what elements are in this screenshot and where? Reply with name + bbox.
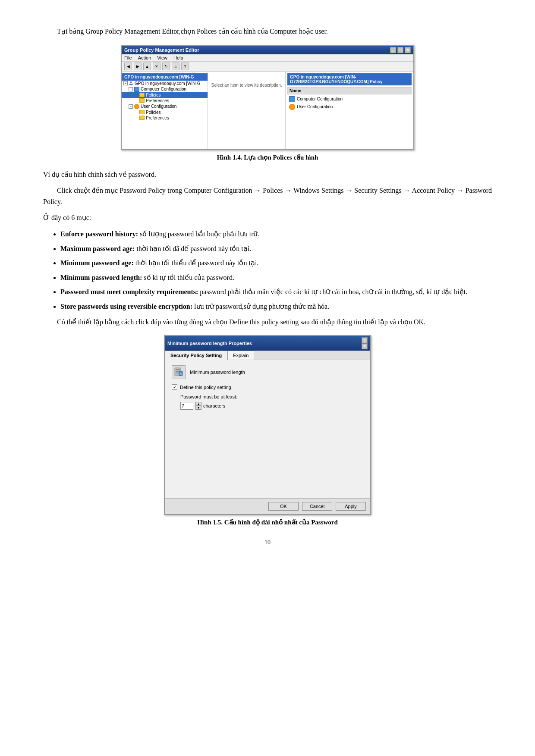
spin-down[interactable]: ▼ [195, 406, 201, 410]
minimize-btn[interactable]: _ [390, 47, 396, 53]
tab-explain-label: Explain [233, 353, 249, 358]
example-paragraph: Ví dụ cấu hình chính sách về password. [43, 169, 492, 180]
dialog-controls: ? ✕ [362, 337, 368, 349]
list-item-2: Maximum password age: thời hạn tối đã để… [60, 243, 492, 254]
checkbox-label: Define this policy setting [180, 385, 231, 390]
bullet-bold-2: Maximum password age: [60, 245, 135, 252]
cc-expander: − [129, 87, 133, 91]
tree-policies-uc[interactable]: Policies [122, 110, 208, 115]
help-btn[interactable]: ? [181, 63, 189, 70]
maximize-btn[interactable]: □ [397, 47, 403, 53]
length-value: 7 [182, 403, 184, 408]
bullet-list: Enforce password history: số lượng passw… [60, 229, 492, 312]
dialog-help-btn[interactable]: ? [362, 337, 368, 343]
dialog-policy-label: Minimum password length [190, 370, 245, 375]
tree-preferences-cc[interactable]: Preferences [122, 98, 208, 104]
length-unit: characters [203, 403, 225, 408]
define-checkbox[interactable]: ✓ [172, 384, 177, 390]
define-paragraph: Có thể thiết lập bằng cách click đúp vào… [43, 317, 492, 328]
right-panel-title: GPO in nguyendoquy.com [WIN-G72RM24TGP8.… [290, 75, 383, 84]
dialog-title: Minimum password length Properties [167, 341, 252, 346]
spin-arrows: ▲ ▼ [195, 402, 201, 410]
gpo-window: Group Policy Management Editor _ □ ✕ Fil… [121, 45, 414, 150]
figure-1-4-container: Group Policy Management Editor _ □ ✕ Fil… [43, 45, 492, 161]
back-btn[interactable]: ◀ [124, 63, 132, 70]
length-input[interactable]: 7 [180, 402, 193, 410]
user-icon-right [289, 104, 295, 110]
comp-icon-right [289, 96, 295, 102]
click-paragraph: Click chuột đến mục Password Policy tron… [43, 185, 492, 207]
policies-uc-label: Policies [146, 110, 160, 115]
gpo-right-header: GPO in nguyendoquy.com [WIN-G72RM24TGP8.… [287, 73, 412, 85]
home-btn[interactable]: ⌂ [172, 63, 179, 70]
folder-icon-3 [139, 110, 145, 114]
fig1-caption: Hình 1.4. Lựa chọn Polices cấu hình [43, 154, 492, 161]
ok-button[interactable]: OK [268, 502, 299, 511]
center-description: Select an item to view its description. [211, 74, 283, 88]
checkbox-row: ✓ Define this policy setting [172, 384, 363, 390]
bullet-rest-3: thời hạn tối thiểu để password này tồn t… [135, 259, 259, 267]
list-item-3: Minimum password age: thời hạn tối thiểu… [60, 257, 492, 269]
root-icon: 🖧 [129, 81, 133, 86]
up-btn[interactable]: ▲ [143, 63, 151, 70]
window-controls: _ □ ✕ [390, 47, 411, 53]
password-length-section: Password must be at least: 7 ▲ ▼ charact… [180, 394, 363, 410]
computer-icon [134, 87, 139, 92]
table-row-user[interactable]: User Configuration [287, 103, 412, 111]
tree-preferences-uc[interactable]: Preferences [122, 115, 208, 121]
forward-btn[interactable]: ▶ [134, 63, 142, 70]
preferences-uc-label: Preferences [146, 116, 169, 120]
gpo-body: GPO in nguyendoquy.com [WIN-G − 🖧 GPO in… [122, 72, 413, 149]
length-input-row: 7 ▲ ▼ characters [180, 402, 363, 410]
user-config-label: User Configuration [141, 104, 176, 109]
refresh-btn[interactable]: ↻ [162, 63, 170, 70]
spin-up[interactable]: ▲ [195, 402, 201, 406]
folder-icon-1 [139, 93, 145, 97]
menu-file[interactable]: File [124, 55, 132, 60]
policy-icon: A [172, 365, 186, 379]
svg-rect-1 [176, 369, 180, 370]
bullet-rest-4: số kí tự tối thiểu của password. [144, 274, 234, 281]
bullet-rest-2: thời hạn tối đã để password này tồn tại. [136, 245, 251, 252]
dialog-title-bar: Minimum password length Properties ? ✕ [165, 336, 370, 351]
tab-security-label: Security Policy Setting [170, 353, 222, 358]
gpo-center-panel: Select an item to view its description. [208, 72, 286, 149]
gpo-left-panel: GPO in nguyendoquy.com [WIN-G − 🖧 GPO in… [122, 72, 208, 149]
menu-view[interactable]: View [157, 55, 167, 60]
gpo-toolbar: ◀ ▶ ▲ ✕ ↻ ⌂ ? [122, 62, 413, 72]
gpo-menu-bar: File Action View Help [122, 54, 413, 62]
dialog-close-btn[interactable]: ✕ [362, 343, 368, 349]
menu-help[interactable]: Help [173, 55, 183, 60]
table-row-computer[interactable]: Computer Configuration [287, 95, 412, 103]
policy-svg-icon: A [173, 367, 184, 377]
dialog-body: A Minimum password length ✓ Define this … [165, 360, 370, 498]
folder-icon-4 [139, 116, 145, 120]
cancel-button[interactable]: Cancel [302, 502, 332, 511]
svg-rect-3 [176, 373, 179, 373]
stop-btn[interactable]: ✕ [153, 63, 160, 70]
tree-policies-cc[interactable]: Policies [122, 92, 208, 98]
apply-button[interactable]: Apply [336, 502, 366, 511]
tree-root[interactable]: − 🖧 GPO in nguyendoquy.com [WIN-G [122, 81, 208, 86]
root-expander: − [123, 81, 128, 85]
dialog-window: Minimum password length Properties ? ✕ S… [164, 335, 371, 515]
menu-action[interactable]: Action [138, 55, 151, 60]
gpo-left-header: GPO in nguyendoquy.com [WIN-G [122, 73, 208, 81]
tree-user-config[interactable]: − User Configuration [122, 104, 208, 110]
policies-cc-label: Policies [146, 93, 160, 97]
tree-computer-config[interactable]: − Computer Configuration [122, 86, 208, 92]
list-item-1: Enforce password history: số lượng passw… [60, 229, 492, 240]
gpo-right-panel: GPO in nguyendoquy.com [WIN-G72RM24TGP8.… [286, 72, 413, 149]
close-btn[interactable]: ✕ [405, 47, 411, 53]
svg-text:A: A [180, 372, 182, 375]
bullet-bold-6: Store passwords using reversible encrypt… [60, 303, 192, 310]
tab-explain[interactable]: Explain [227, 351, 254, 360]
bullet-rest-5: password phải thỏa mãn việc có các kí tự… [200, 288, 467, 295]
user-icon [134, 104, 139, 109]
page-number: 10 [43, 539, 492, 546]
bullet-rest-1: số lượng password bắt buộc phải lưu trữ. [140, 230, 259, 238]
gpo-window-title: Group Policy Management Editor [124, 47, 199, 53]
preferences-cc-label: Preferences [146, 98, 169, 103]
tab-security-policy[interactable]: Security Policy Setting [165, 351, 227, 360]
root-label: GPO in nguyendoquy.com [WIN-G [135, 81, 201, 86]
